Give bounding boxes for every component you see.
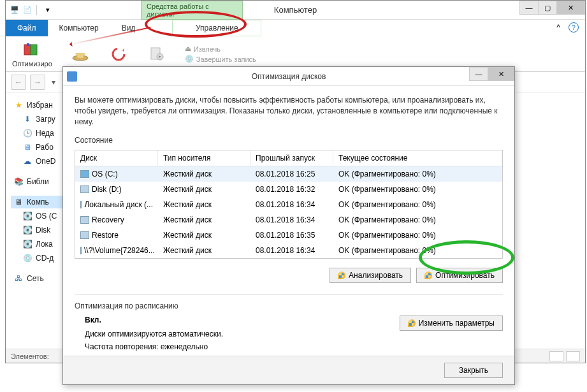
state-label: Состояние xyxy=(75,136,503,145)
col-last[interactable]: Прошлый запуск xyxy=(250,150,333,166)
dialog-title: Оптимизация дисков xyxy=(252,72,326,81)
shield-icon xyxy=(408,319,416,327)
dialog-footer: Закрыть xyxy=(63,356,514,384)
close-button[interactable]: ✕ xyxy=(556,1,585,15)
table-row[interactable]: Локальный диск (...Жесткий диск08.01.201… xyxy=(75,197,502,212)
drive-icon xyxy=(80,231,89,239)
drive-icon: 💽 xyxy=(22,225,33,235)
computer-icon: 🖥 xyxy=(13,197,24,207)
dropdown-icon[interactable]: ▾ xyxy=(43,5,53,15)
eject-button: ⏏ Извлечь xyxy=(185,45,256,53)
disk-last-run: 08.01.2018 16:35 xyxy=(250,229,333,242)
forward-button[interactable]: → xyxy=(30,75,45,90)
drive-icon: 💽 xyxy=(22,211,33,221)
col-media[interactable]: Тип носителя xyxy=(158,150,250,166)
dialog-close-button[interactable]: ✕ xyxy=(488,67,514,81)
status-elements-label: Элементов: xyxy=(11,352,49,360)
disk-last-run: 08.01.2018 16:34 xyxy=(250,214,333,226)
optimize-icon xyxy=(22,41,42,59)
qat-separator xyxy=(36,5,40,15)
dialog-minimize-button[interactable]: — xyxy=(469,67,488,81)
disk-status: OK (Фрагментировано: 0%) xyxy=(333,214,502,226)
drive-icon xyxy=(80,247,82,254)
schedule-freq-label: Частота повторения: еженедельно xyxy=(85,342,400,351)
disk-last-run: 08.01.2018 16:32 xyxy=(250,183,333,196)
table-row[interactable]: RestoreЖесткий диск08.01.2018 16:35OK (Ф… xyxy=(75,228,502,243)
svg-rect-1 xyxy=(31,45,37,55)
window-title: Компьютер xyxy=(274,5,317,15)
disk-media: Жесткий диск xyxy=(158,244,250,257)
cd-icon: 💿 xyxy=(22,253,33,263)
ribbon-help-area: ^ ? xyxy=(553,22,579,33)
minimize-button[interactable]: — xyxy=(519,1,539,15)
table-row[interactable]: RecoveryЖесткий диск08.01.2018 16:34OK (… xyxy=(75,212,502,228)
history-dropdown[interactable]: ▾ xyxy=(49,75,58,90)
ribbon-tabs: Файл Компьютер Вид Управление ^ ? xyxy=(6,20,585,36)
finish-burn-button: 💿 Завершить запись xyxy=(185,55,256,63)
library-icon: 📚 xyxy=(13,177,24,187)
optimize-ribbon-button[interactable]: Оптимизиро xyxy=(12,41,52,68)
table-row[interactable]: \\?\Volume{728246...Жесткий диск08.01.20… xyxy=(75,243,502,258)
disk-name: Disk (D:) xyxy=(92,185,122,194)
download-icon: ⬇ xyxy=(22,114,33,124)
close-dialog-button[interactable]: Закрыть xyxy=(444,363,503,378)
ribbon-burn-group: ⏏ Извлечь 💿 Завершить запись xyxy=(185,45,256,63)
collapse-ribbon-icon[interactable]: ^ xyxy=(553,22,563,33)
app-icon: 🖥️ xyxy=(10,5,20,15)
network-icon: 🖧 xyxy=(13,273,24,284)
table-row[interactable]: OS (C:)Жесткий диск08.01.2018 16:25OK (Ф… xyxy=(75,166,502,182)
help-icon[interactable]: ? xyxy=(569,22,579,33)
shield-icon xyxy=(338,272,345,279)
disk-media: Жесткий диск xyxy=(158,229,250,242)
analyze-button[interactable]: Анализировать xyxy=(330,268,411,283)
separator xyxy=(75,294,503,295)
col-disk[interactable]: Диск xyxy=(75,150,158,166)
table-header: Диск Тип носителя Прошлый запуск Текущее… xyxy=(75,150,502,166)
burn-icon: 💿 xyxy=(185,55,194,63)
autoplay-ribbon-button xyxy=(147,45,167,63)
disk-last-run: 08.01.2018 16:34 xyxy=(250,244,333,257)
maximize-button[interactable]: ▢ xyxy=(538,1,557,15)
recent-icon: 🕒 xyxy=(22,128,33,138)
drive-icon xyxy=(80,170,89,178)
disk-name: \\?\Volume{728246... xyxy=(84,246,155,255)
shield-icon xyxy=(424,272,432,279)
contextual-tab-header: Средства работы с дисками xyxy=(141,1,243,20)
tab-manage[interactable]: Управление xyxy=(172,20,261,36)
star-icon: ★ xyxy=(13,100,24,110)
disk-name: Локальный диск (... xyxy=(84,200,153,209)
table-body: OS (C:)Жесткий диск08.01.2018 16:25OK (Ф… xyxy=(75,166,502,258)
tab-file[interactable]: Файл xyxy=(6,20,48,36)
schedule-on-label: Вкл. xyxy=(85,316,400,324)
quick-access-toolbar: 🖥️ 📄 ▾ xyxy=(6,5,57,15)
schedule-actions: Изменить параметры xyxy=(400,316,503,355)
drive-icon: 💽 xyxy=(22,239,33,249)
desktop-icon: 🖥 xyxy=(22,142,33,152)
tab-computer[interactable]: Компьютер xyxy=(48,20,110,36)
disk-media: Жесткий диск xyxy=(158,183,250,196)
autoplay-icon xyxy=(147,45,167,63)
col-status[interactable]: Текущее состояние xyxy=(333,150,502,166)
cleanup-ribbon-button[interactable] xyxy=(70,45,91,63)
dialog-body: Вы можете оптимизировать диски, чтобы по… xyxy=(63,86,514,356)
back-button[interactable]: ← xyxy=(11,75,26,90)
properties-icon[interactable]: 📄 xyxy=(22,5,33,15)
drive-icon xyxy=(80,216,89,224)
view-switcher xyxy=(549,351,580,361)
drive-icon xyxy=(80,201,82,208)
optimize-drives-dialog: Оптимизация дисков — ✕ Вы можете оптимиз… xyxy=(62,66,515,385)
disk-name: Recovery xyxy=(92,215,124,224)
disk-media: Жесткий диск xyxy=(158,214,250,226)
format-ribbon-button[interactable] xyxy=(108,45,129,63)
optimize-button[interactable]: Оптимизировать xyxy=(416,268,503,283)
titlebar: 🖥️ 📄 ▾ Средства работы с дисками Компьют… xyxy=(6,1,585,20)
change-settings-button[interactable]: Изменить параметры xyxy=(400,316,503,331)
disk-last-run: 08.01.2018 16:25 xyxy=(250,168,333,180)
eject-icon: ⏏ xyxy=(185,45,191,53)
icons-view-button[interactable] xyxy=(566,351,580,361)
table-row[interactable]: Disk (D:)Жесткий диск08.01.2018 16:32OK … xyxy=(75,182,502,197)
schedule-section: Вкл. Диски оптимизируются автоматически.… xyxy=(75,316,503,355)
svg-rect-0 xyxy=(24,45,31,55)
svg-rect-2 xyxy=(27,43,29,46)
details-view-button[interactable] xyxy=(549,351,563,361)
